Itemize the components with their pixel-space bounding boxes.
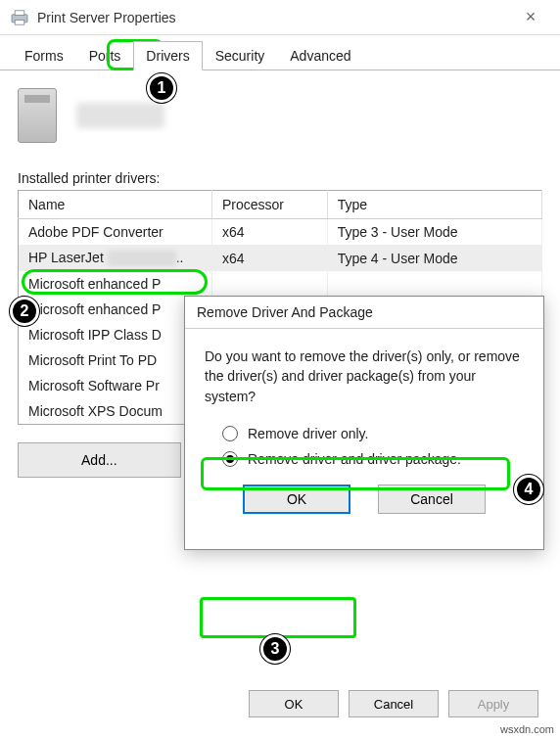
radio-remove-driver-only[interactable]: Remove driver only. — [222, 426, 524, 441]
cell-type — [327, 271, 541, 297]
cell-processor — [211, 271, 327, 297]
dialog-button-bar: OK Cancel Apply — [249, 690, 538, 717]
cell-type: Type 3 - User Mode — [327, 219, 541, 246]
tab-ports[interactable]: Ports — [76, 41, 134, 70]
col-processor[interactable]: Processor — [211, 191, 327, 219]
watermark: wsxdn.com — [500, 723, 554, 735]
printer-icon — [10, 10, 29, 25]
cell-name: Microsoft enhanced P — [19, 271, 212, 297]
radio-icon — [222, 426, 238, 441]
modal-title: Remove Driver And Package — [185, 297, 543, 329]
cell-name: Microsoft IPP Class D — [19, 322, 212, 347]
titlebar: Print Server Properties × — [0, 0, 560, 35]
server-header — [18, 84, 542, 147]
callout-3: 3 — [260, 634, 290, 664]
highlight-remove-button — [200, 597, 356, 638]
radio-remove-driver-and-package[interactable]: Remove driver and driver package. — [222, 451, 524, 467]
server-icon — [18, 88, 57, 143]
radio-icon — [222, 451, 238, 467]
cell-type: Type 4 - User Mode — [327, 245, 541, 271]
drivers-list-label: Installed printer drivers: — [18, 170, 542, 186]
table-row[interactable]: Microsoft enhanced P — [19, 271, 542, 297]
tab-advanced[interactable]: Advanced — [277, 41, 363, 70]
cell-name: Microsoft Software Pr — [19, 373, 212, 398]
dialog-cancel-button[interactable]: Cancel — [349, 690, 439, 717]
tab-strip: Forms Ports Drivers Security Advanced — [0, 35, 560, 70]
server-name-redacted — [76, 103, 164, 128]
cell-processor: x64 — [211, 219, 327, 246]
modal-button-row: OK Cancel — [205, 477, 524, 535]
radio-label: Remove driver and driver package. — [248, 451, 461, 467]
table-row[interactable]: HP LaserJet ..x64Type 4 - User Mode — [19, 245, 542, 271]
svg-rect-1 — [15, 10, 24, 15]
window-title: Print Server Properties — [37, 10, 511, 25]
cell-name: Microsoft Print To PD — [19, 347, 212, 373]
dialog-ok-button[interactable]: OK — [249, 690, 339, 717]
cell-name: Microsoft XPS Docum — [19, 398, 212, 425]
cell-processor: x64 — [211, 245, 327, 271]
tab-security[interactable]: Security — [203, 41, 278, 70]
modal-cancel-button[interactable]: Cancel — [378, 485, 486, 514]
redacted-text — [108, 251, 176, 266]
cell-name: Adobe PDF Converter — [19, 219, 212, 246]
cell-name: HP LaserJet .. — [19, 245, 212, 271]
dialog-apply-button[interactable]: Apply — [448, 690, 538, 717]
col-name[interactable]: Name — [19, 191, 212, 219]
tab-forms[interactable]: Forms — [12, 41, 76, 70]
close-button[interactable]: × — [511, 7, 550, 27]
modal-text: Do you want to remove the driver(s) only… — [205, 346, 524, 406]
tab-drivers[interactable]: Drivers — [133, 41, 202, 70]
svg-rect-2 — [15, 20, 24, 24]
radio-label: Remove driver only. — [248, 426, 368, 441]
table-row[interactable]: Adobe PDF Converter x64Type 3 - User Mod… — [19, 219, 542, 246]
col-type[interactable]: Type — [327, 191, 541, 219]
cell-name: Microsoft enhanced P — [19, 297, 212, 322]
add-button[interactable]: Add... — [18, 442, 181, 478]
remove-driver-dialog: Remove Driver And Package Do you want to… — [184, 296, 544, 550]
modal-ok-button[interactable]: OK — [243, 485, 350, 514]
